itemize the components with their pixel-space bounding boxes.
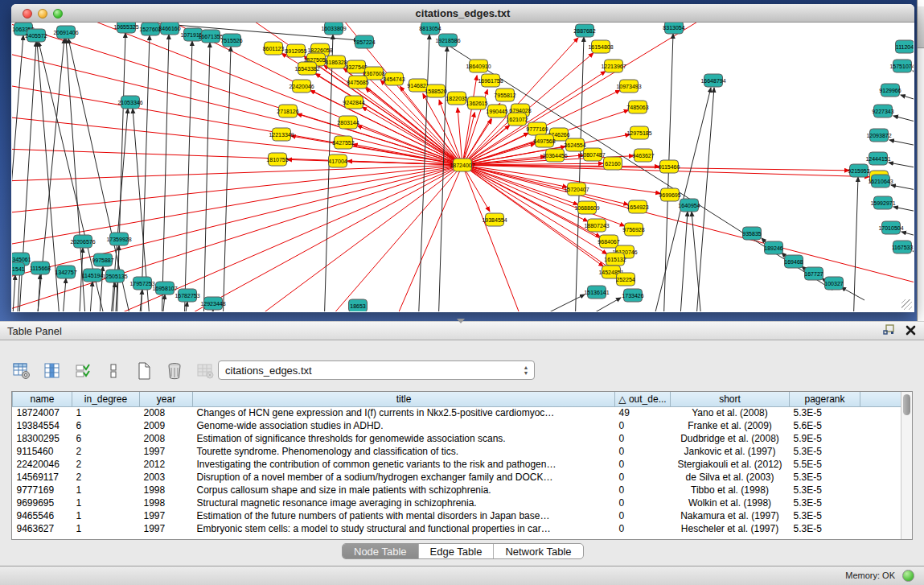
table-cell[interactable]: 5.3E-5 [790, 509, 860, 522]
table-cell[interactable]: 2009 [140, 419, 193, 432]
delete-trash-icon[interactable] [164, 360, 185, 381]
graph-node[interactable]: 17010504 [878, 221, 903, 234]
table-cell[interactable]: 5.3E-5 [790, 522, 860, 535]
graph-edge[interactable] [853, 177, 858, 311]
graph-edge[interactable] [462, 165, 914, 288]
graph-node[interactable]: 3624554 [564, 138, 585, 151]
graph-edge[interactable] [841, 287, 864, 300]
table-row[interactable]: 1456911722003Disruption of a novel membe… [13, 471, 901, 484]
table-cell[interactable]: 18724007 [13, 406, 72, 419]
graph-edge[interactable] [324, 35, 333, 311]
graph-node[interactable]: 18807243 [584, 219, 609, 232]
graph-node[interactable]: 7485063 [626, 101, 648, 113]
table-cell[interactable]: de Silva et al. (2003) [671, 471, 790, 484]
table-cell[interactable]: 0 [615, 432, 671, 445]
table-cell[interactable]: Estimation of significance thresholds fo… [193, 432, 615, 445]
graph-node[interactable]: 17359928 [106, 233, 131, 245]
table-cell[interactable]: Jankovic et al. (1997) [671, 445, 790, 458]
graph-edge[interactable] [462, 165, 849, 171]
graph-edge[interactable] [893, 116, 914, 127]
attribute-table[interactable]: namein_degreeyeartitle△ out_de...shortpa… [11, 391, 913, 540]
network-view-window[interactable]: citations_edges.txt 18724007860112389129… [11, 4, 914, 312]
column-header-title[interactable]: title [193, 392, 615, 406]
table-settings-icon[interactable] [11, 360, 32, 381]
table-cell[interactable]: 0 [615, 496, 671, 509]
graph-node[interactable]: 20691406 [53, 26, 78, 39]
table-cell[interactable]: 6 [72, 419, 140, 432]
graph-node[interactable]: 2405572 [25, 29, 47, 42]
graph-edge[interactable] [237, 165, 462, 311]
graph-node[interactable]: 252254 [616, 273, 634, 286]
graph-node[interactable]: 20206576 [70, 235, 95, 248]
graph-node[interactable]: 18640910 [466, 60, 491, 72]
table-cell[interactable]: 0 [615, 419, 671, 432]
table-cell[interactable]: 5.3E-5 [790, 484, 860, 496]
network-graph[interactable]: 1872400786011238912955182260581827505916… [12, 23, 914, 311]
graph-node[interactable]: 15720407 [564, 183, 589, 196]
table-cell[interactable]: 1998 [140, 496, 193, 509]
graph-node[interactable]: 391541 [12, 262, 25, 275]
graph-node[interactable]: 12975185 [626, 126, 651, 139]
table-cell[interactable]: 5.3E-5 [790, 496, 860, 509]
graph-node[interactable]: 1822035 [446, 92, 467, 105]
graph-hub-node[interactable]: 18724007 [450, 159, 474, 171]
graph-node[interactable]: 12213967 [601, 60, 626, 72]
graph-node[interactable]: 15992971 [870, 196, 895, 209]
graph-edge[interactable] [12, 165, 462, 182]
tab-edge-table[interactable]: Edge Table [419, 544, 495, 558]
table-row[interactable]: 1872400712008Changes of HCN gene express… [13, 406, 901, 419]
graph-node[interactable]: 10688609 [574, 201, 599, 214]
graph-edge[interactable] [462, 165, 628, 204]
select-column-icon[interactable] [42, 360, 63, 381]
table-cell[interactable]: 2008 [140, 406, 193, 419]
column-header-indegree[interactable]: in_degree [72, 392, 140, 406]
table-cell[interactable]: Nakamura et al. (1997) [671, 509, 790, 522]
graph-node[interactable]: 12213349 [269, 128, 294, 141]
graph-node[interactable]: 21053346 [117, 96, 142, 109]
graph-node[interactable]: 10973493 [616, 80, 641, 93]
graph-node[interactable]: 9463627 [632, 149, 654, 162]
graph-node[interactable]: 15136141 [584, 286, 609, 299]
table-cell[interactable]: Stergiakouli et al. (2012) [671, 458, 790, 471]
graph-edge[interactable] [913, 71, 914, 84]
graph-node[interactable]: 9227343 [872, 105, 893, 117]
table-cell[interactable]: 2012 [140, 458, 193, 471]
table-cell[interactable]: 5.3E-5 [790, 406, 860, 419]
tab-network-table[interactable]: Network Table [494, 544, 582, 558]
table-cell[interactable]: 0 [615, 458, 671, 471]
graph-node[interactable]: 12505135 [102, 270, 127, 282]
table-cell[interactable]: 0 [615, 522, 671, 535]
graph-node[interactable]: 9699695 [659, 188, 680, 201]
table-cell[interactable]: 49 [615, 406, 671, 419]
graph-edge[interactable] [462, 113, 474, 165]
graph-edge[interactable] [891, 185, 914, 194]
table-cell[interactable]: 0 [615, 445, 671, 458]
graph-node[interactable]: 1342757 [55, 266, 76, 278]
tab-node-table[interactable]: Node Table [343, 544, 419, 558]
table-cell[interactable]: Dudbridge et al. (2008) [671, 432, 790, 445]
table-cell[interactable]: 6 [72, 432, 140, 445]
graph-node[interactable]: 12923448 [200, 297, 225, 310]
graph-node[interactable]: 1615132 [604, 253, 626, 266]
graph-node[interactable]: 2803144 [337, 116, 359, 129]
graph-node[interactable]: 16033809 [321, 23, 346, 35]
table-cell[interactable]: Tourette syndrome. Phenomenology and cla… [193, 445, 615, 458]
table-row[interactable]: 946362711997Embryonic stem cells: a mode… [13, 522, 901, 535]
graph-node[interactable]: 7955812 [494, 89, 515, 101]
table-cell[interactable]: 5.5E-5 [790, 458, 860, 471]
table-cell[interactable]: 1 [72, 496, 140, 509]
table-cell[interactable]: 1998 [140, 484, 193, 496]
table-cell[interactable]: 2 [72, 458, 140, 471]
table-cell[interactable]: 1 [72, 406, 140, 419]
table-cell[interactable]: 9465546 [13, 509, 72, 522]
table-cell[interactable]: 1997 [140, 509, 193, 522]
graph-edge[interactable] [184, 41, 192, 311]
graph-edge[interactable] [575, 37, 584, 311]
graph-edge[interactable] [552, 298, 621, 311]
graph-node[interactable]: 111204 [896, 40, 914, 53]
graph-node[interactable]: 18653 [349, 299, 368, 311]
graph-edge[interactable] [89, 282, 92, 311]
column-header-pagerank[interactable]: pagerank [790, 392, 860, 406]
table-cell[interactable]: 1 [72, 522, 140, 535]
graph-edge[interactable] [509, 295, 585, 311]
